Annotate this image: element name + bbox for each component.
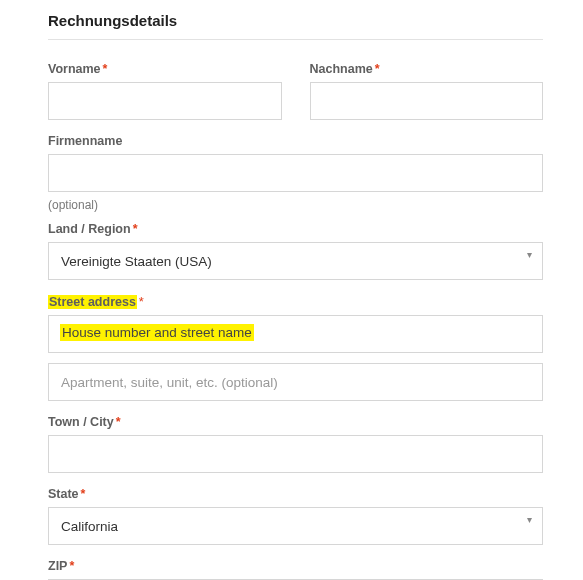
street-address-1-input[interactable]	[48, 315, 543, 353]
state-select[interactable]: California ▾	[48, 507, 543, 545]
chevron-down-icon: ▾	[527, 514, 532, 525]
section-divider	[48, 39, 543, 40]
page-title: Rechnungsdetails	[48, 12, 543, 29]
street-address-2-input[interactable]	[48, 363, 543, 401]
required-mark: *	[103, 62, 108, 76]
first-name-label: Vorname*	[48, 62, 282, 76]
company-label: Firmenname	[48, 134, 543, 148]
company-input[interactable]	[48, 154, 543, 192]
city-input[interactable]	[48, 435, 543, 473]
chevron-down-icon: ▾	[527, 249, 532, 260]
required-mark: *	[139, 294, 144, 309]
required-mark: *	[69, 559, 74, 573]
first-name-input[interactable]	[48, 82, 282, 120]
company-helper: (optional)	[48, 198, 543, 212]
country-label: Land / Region*	[48, 222, 543, 236]
country-value: Vereinigte Staaten (USA)	[61, 254, 212, 269]
last-name-input[interactable]	[310, 82, 544, 120]
required-mark: *	[375, 62, 380, 76]
required-mark: *	[116, 415, 121, 429]
state-label: State*	[48, 487, 543, 501]
country-select[interactable]: Vereinigte Staaten (USA) ▾	[48, 242, 543, 280]
city-label: Town / City*	[48, 415, 543, 429]
required-mark: *	[133, 222, 138, 236]
last-name-label: Nachname*	[310, 62, 544, 76]
street-label: Street address	[48, 295, 137, 309]
required-mark: *	[81, 487, 86, 501]
state-value: California	[61, 519, 118, 534]
zip-label: ZIP*	[48, 559, 543, 573]
